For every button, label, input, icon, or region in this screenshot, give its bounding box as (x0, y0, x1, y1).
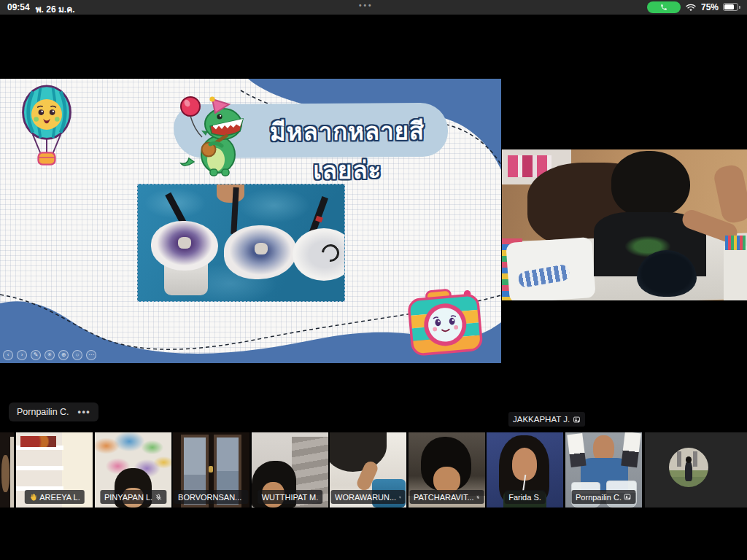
participant-name: WORAWARUN... (335, 493, 396, 502)
meeting-stage: มีหลากหลายสีเลยล่ะ (0, 15, 747, 432)
camera-character (403, 285, 487, 359)
main-video-tile[interactable]: JAKKAPHAT J. (502, 15, 747, 432)
pinned-presenter-icon (573, 416, 581, 424)
participant-tile-pinyapan[interactable]: PINYAPAN L. (95, 432, 171, 508)
raised-hand-icon (28, 493, 37, 502)
participant-name: Pornpailin C. (576, 493, 622, 502)
call-control-bar (0, 508, 747, 560)
participant-tile-worawarun[interactable]: WORAWARUN... (330, 432, 406, 508)
scene-shape (611, 151, 690, 218)
participant-name: WUTTHIPAT M. (262, 493, 319, 502)
participant-tile-farida[interactable]: Farida S. (487, 432, 563, 508)
scene-shape (724, 246, 747, 300)
participant-label: Pornpailin C. (571, 490, 636, 504)
presenter-menu-button[interactable]: ••• (78, 407, 91, 417)
active-call-pill[interactable] (647, 1, 681, 13)
participant-name: Farida S. (508, 493, 541, 502)
screen-share-region: มีหลากหลายสีเลยล่ะ (0, 15, 501, 432)
participant-name: BORVORNSAN... (178, 493, 241, 502)
participant-label: PINYAPAN L. (100, 490, 166, 504)
participant-tile-patcharavit[interactable]: PATCHARAVIT... (409, 432, 485, 508)
participant-name: PINYAPAN L. (104, 493, 152, 502)
participant-tile-wutthipat[interactable]: WUTTHIPAT M. (252, 432, 328, 508)
slides-overview-button[interactable]: ○ (72, 350, 82, 360)
mic-off-icon (155, 494, 162, 501)
status-bar: 09:54 พ. 26 ม.ค. ••• 75% (0, 0, 747, 15)
participant-label: AREEYA L. (24, 490, 84, 504)
participant-label: WUTTHIPAT M. (258, 490, 323, 504)
hot-air-balloon-character (12, 83, 82, 174)
participant-tile-partial[interactable] (0, 432, 14, 508)
prev-slide-button[interactable]: ‹ (3, 350, 13, 360)
participant-filmstrip: AREEYA L. PINYAPAN L. BORVORNSAN... (0, 432, 747, 508)
scene-shape (506, 237, 596, 300)
main-video-name: JAKKAPHAT J. (513, 415, 570, 424)
multitask-dots[interactable]: ••• (359, 1, 374, 9)
mic-off-icon (398, 494, 401, 501)
meeting-app-screen: 09:54 พ. 26 ม.ค. ••• 75% (0, 0, 747, 560)
pen-tool-button[interactable]: ✎ (31, 350, 41, 360)
participant-tile-pornpailin[interactable]: Pornpailin C. (565, 432, 642, 508)
shared-slide: มีหลากหลายสีเลยล่ะ (0, 79, 501, 363)
participant-name: AREEYA L. (39, 493, 80, 502)
participant-name: PATCHARAVIT... (414, 493, 474, 502)
wifi-icon (685, 3, 697, 12)
phone-icon (660, 4, 667, 11)
mic-off-icon (476, 494, 480, 501)
slide-nav-toolbar: ‹ › ✎ ✳ ⊕ ○ ⋯ (3, 350, 96, 360)
participant-label: Farida S. (504, 490, 546, 504)
participant-video (0, 432, 14, 508)
slide-title: มีหลากหลายสีเลยล่ะ (252, 112, 443, 190)
participant-label: WORAWARUN... (330, 490, 406, 504)
self-avatar[interactable] (669, 448, 708, 487)
main-video-name-pill: JAKKAPHAT J. (508, 412, 585, 427)
presenting-icon (624, 493, 632, 501)
participant-label: PATCHARAVIT... (409, 490, 484, 504)
zoom-tool-button[interactable]: ⊕ (58, 350, 69, 360)
mic-off-icon (244, 494, 244, 501)
battery-icon (723, 3, 741, 12)
participant-label: BORVORNSAN... (174, 490, 249, 504)
participant-tile-areeya[interactable]: AREEYA L. (16, 432, 93, 508)
battery-percent: 75% (701, 2, 719, 12)
more-tools-button[interactable]: ⋯ (86, 350, 96, 360)
experiment-photo (137, 184, 345, 302)
laser-tool-button[interactable]: ✳ (44, 350, 55, 360)
presenter-name-pill: Pornpailin C. ••• (9, 402, 98, 421)
dinosaur-with-balloon-character (178, 92, 251, 178)
scene-shape (255, 243, 268, 254)
scene-shape (712, 163, 747, 225)
hand-in-photo (217, 184, 244, 203)
scene-shape (178, 237, 191, 249)
status-right: 75% (647, 1, 741, 13)
participant-tile-borvornsan[interactable]: BORVORNSAN... (173, 432, 249, 508)
next-slide-button[interactable]: › (17, 350, 27, 360)
main-video-scene (502, 149, 747, 300)
presenter-name: Pornpailin C. (17, 407, 69, 417)
